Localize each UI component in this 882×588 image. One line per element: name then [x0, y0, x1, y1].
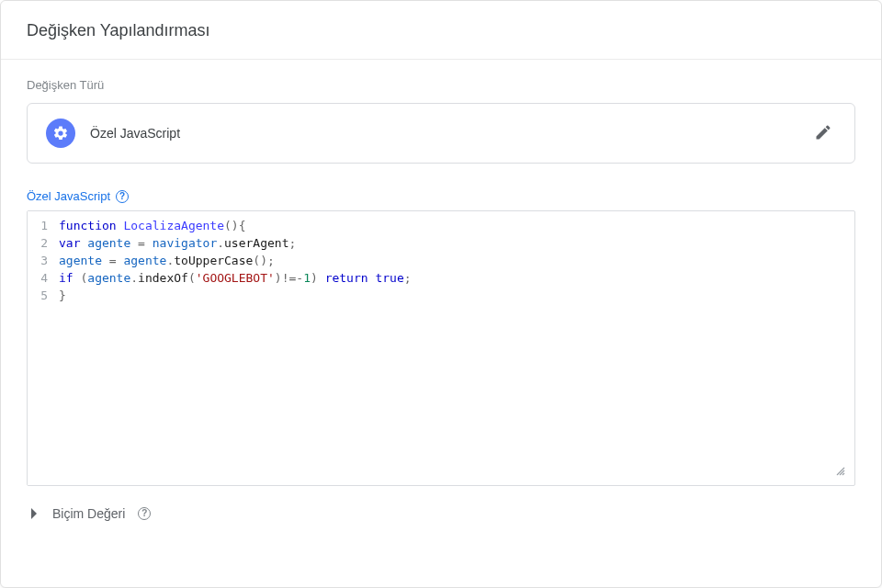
custom-js-title: Özel JavaScript ? — [27, 189, 855, 203]
gear-icon — [46, 119, 75, 148]
chevron-right-icon — [30, 509, 40, 518]
format-value-row[interactable]: Biçim Değeri ? — [27, 486, 855, 537]
resize-handle-icon[interactable] — [832, 463, 849, 480]
panel-title: Değişken Yapılandırması — [27, 21, 855, 40]
variable-type-card[interactable]: Özel JavaScript — [27, 103, 855, 164]
variable-config-panel: Değişken Yapılandırması Değişken Türü Öz… — [0, 0, 882, 588]
custom-js-title-text: Özel JavaScript — [27, 189, 110, 203]
line-gutter: 12345 — [28, 211, 53, 485]
edit-button[interactable] — [810, 120, 836, 146]
variable-type-label: Değişken Türü — [27, 78, 855, 92]
panel-header: Değişken Yapılandırması — [1, 1, 881, 60]
panel-body: Değişken Türü Özel JavaScript Özel JavaS… — [1, 60, 881, 587]
pencil-icon — [814, 123, 832, 144]
help-icon[interactable]: ? — [138, 507, 151, 520]
variable-type-name: Özel JavaScript — [90, 126, 796, 141]
code-editor[interactable]: 12345 function LocalizaAgente(){ var age… — [27, 210, 855, 486]
code-area[interactable]: function LocalizaAgente(){ var agente = … — [53, 211, 854, 485]
help-icon[interactable]: ? — [116, 190, 129, 203]
format-value-label: Biçim Değeri — [52, 506, 125, 521]
